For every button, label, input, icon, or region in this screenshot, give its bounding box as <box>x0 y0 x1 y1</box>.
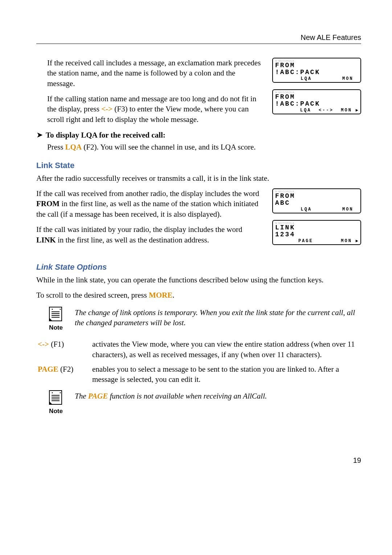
procedure-step: Press LQA (F2). You will see the channel… <box>36 142 361 152</box>
svg-point-3 <box>60 309 61 310</box>
svg-marker-1 <box>49 318 52 321</box>
procedure-heading: ➤ To display LQA for the received call: <box>36 130 361 140</box>
paragraph: If the received call includes a message,… <box>36 58 263 89</box>
svg-marker-9 <box>49 401 52 404</box>
paragraph: If the calling station name and message … <box>36 94 263 125</box>
svg-point-2 <box>52 309 53 310</box>
arrow-icon: ➤ <box>36 130 43 140</box>
paragraph: While in the link state, you can operate… <box>36 275 361 285</box>
note-icon: Note <box>47 306 65 332</box>
heading-link-state-options: Link State Options <box>36 262 361 273</box>
key-label: <-> <box>38 340 49 348</box>
svg-point-10 <box>52 392 53 393</box>
definition-row: PAGE (F2) enables you to select a messag… <box>36 364 361 385</box>
lcd-display: M MOTOROLA FROM !ABC:PACK LQAMON <box>272 58 361 83</box>
paragraph: If the call was received from another ra… <box>36 188 263 219</box>
paragraph: If the call was initiated by your radio,… <box>36 224 263 245</box>
lcd-display: M MOTOROLA LINK 1234 PAGEMON▶ <box>272 220 361 245</box>
header-title: New ALE Features <box>301 33 361 41</box>
paragraph: After the radio successfully receives or… <box>36 173 361 183</box>
note-text: The change of link options is temporary.… <box>75 306 361 328</box>
heading-link-state: Link State <box>36 160 361 171</box>
definition-list: <-> (F1) activates the View mode, where … <box>36 339 361 384</box>
note-text: The PAGE function is not available when … <box>75 389 361 401</box>
key-label: <-> <box>101 105 113 113</box>
page-number: 19 <box>36 456 361 465</box>
lcd-display: M MOTOROLA FROM ABC LQAMON <box>272 188 361 213</box>
key-label: LQA <box>65 143 82 151</box>
definition-row: <-> (F1) activates the View mode, where … <box>36 339 361 360</box>
key-label: PAGE <box>88 392 108 400</box>
note: Note The change of link options is tempo… <box>36 306 361 332</box>
svg-point-11 <box>60 392 61 393</box>
page-header: New ALE Features <box>36 33 361 44</box>
key-label: PAGE <box>38 365 58 374</box>
key-label: MORE <box>149 291 172 299</box>
paragraph: To scroll to the desired screen, press M… <box>36 290 361 300</box>
note: Note The PAGE function is not available … <box>36 389 361 416</box>
lcd-display: M MOTOROLA FROM !ABC:PACK LQA<-->MON▶ <box>272 89 361 114</box>
note-icon: Note <box>47 389 65 416</box>
